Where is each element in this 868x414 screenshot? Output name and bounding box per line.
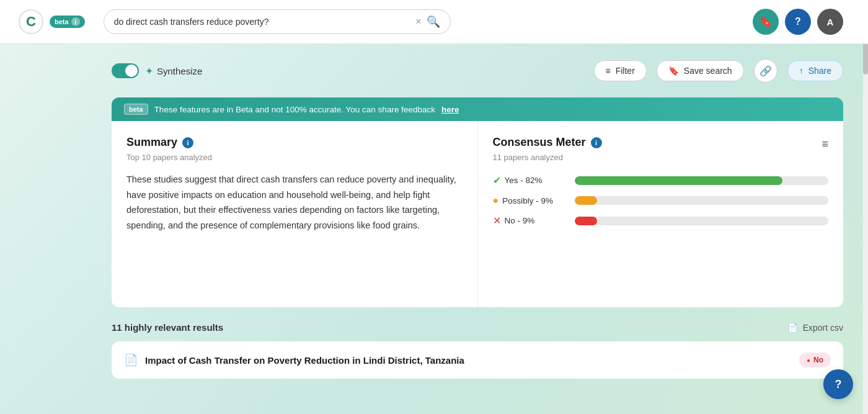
- share-button[interactable]: ↑ Share: [787, 60, 843, 81]
- bookmark-button[interactable]: 🔖: [753, 9, 779, 35]
- bar-possibly-row: ● Possibly - 9%: [493, 195, 829, 206]
- export-label: Export csv: [803, 323, 843, 333]
- yes-bar-fill: [575, 176, 783, 185]
- search-input[interactable]: [114, 17, 411, 27]
- results-count: 11 highly relevant results: [112, 322, 223, 333]
- beta-badge: beta i: [50, 16, 85, 28]
- scrollbar-track[interactable]: [863, 0, 868, 414]
- cards-row: Summary i Top 10 papers analyzed These s…: [112, 121, 843, 307]
- bar-yes-row: ✔ Yes - 82%: [493, 174, 829, 186]
- save-search-label: Save search: [684, 66, 732, 76]
- yes-dot: ✔: [493, 174, 501, 186]
- consensus-header: Consensus Meter i ≡: [493, 136, 829, 153]
- logo-icon: C: [19, 9, 43, 34]
- floating-help-icon: ?: [835, 378, 842, 391]
- help-button[interactable]: ?: [785, 9, 811, 35]
- bookmark-save-icon: 🔖: [668, 66, 679, 76]
- export-icon: 📄: [787, 323, 798, 333]
- summary-card: Summary i Top 10 papers analyzed These s…: [112, 121, 478, 307]
- export-button[interactable]: 📄 Export csv: [787, 323, 843, 333]
- summary-info-icon[interactable]: i: [182, 137, 193, 148]
- synthesize-label: ✦ Synthesize: [145, 65, 202, 77]
- bookmark-icon: 🔖: [759, 15, 773, 29]
- bar-no-row: ✕ No - 9%: [493, 215, 829, 227]
- doc-icon: 📄: [124, 353, 138, 367]
- link-button[interactable]: 🔗: [754, 59, 777, 83]
- sparkle-icon: ✦: [145, 65, 153, 77]
- consensus-filter-icon[interactable]: ≡: [822, 138, 828, 151]
- floating-help-button[interactable]: ?: [823, 369, 853, 399]
- main-content: ✦ Synthesize ≡ Filter 🔖 Save search 🔗 ↑ …: [0, 44, 868, 394]
- results-header: 11 highly relevant results 📄 Export csv: [112, 322, 843, 333]
- summary-analyzed: Top 10 papers analyzed: [126, 153, 463, 162]
- filter-button[interactable]: ≡ Filter: [594, 60, 647, 81]
- beta-message: These features are in Beta and not 100% …: [154, 105, 435, 114]
- yes-bar-track: [575, 176, 829, 185]
- consensus-analyzed: 11 papers analyzed: [493, 153, 829, 162]
- logo-area: C beta i: [19, 9, 85, 34]
- consensus-title: Consensus Meter i: [493, 136, 602, 149]
- synthesize-toggle[interactable]: [112, 63, 139, 78]
- filter-icon: ≡: [606, 66, 611, 76]
- search-bar[interactable]: × 🔍: [104, 9, 451, 34]
- toolbar: ✦ Synthesize ≡ Filter 🔖 Save search 🔗 ↑ …: [112, 59, 843, 83]
- possibly-bar-track: [575, 196, 829, 205]
- beta-tag: beta: [124, 104, 148, 115]
- beta-info-icon[interactable]: i: [71, 17, 80, 26]
- share-icon: ↑: [799, 66, 804, 76]
- paper-title: Impact of Cash Transfer on Poverty Reduc…: [145, 355, 464, 366]
- paper-card-left: 📄 Impact of Cash Transfer on Poverty Red…: [124, 353, 464, 367]
- help-icon: ?: [795, 16, 801, 27]
- summary-title: Summary i: [126, 136, 463, 149]
- here-link[interactable]: here: [441, 105, 459, 114]
- consensus-info-icon[interactable]: i: [591, 137, 602, 148]
- beta-banner: beta These features are in Beta and not …: [112, 97, 843, 121]
- save-search-button[interactable]: 🔖 Save search: [657, 60, 744, 81]
- avatar-label: A: [827, 17, 834, 27]
- bar-yes-label: ✔ Yes - 82%: [493, 174, 567, 186]
- no-text: No - 9%: [505, 216, 535, 225]
- share-label: Share: [808, 66, 831, 76]
- search-icon[interactable]: 🔍: [427, 15, 440, 29]
- no-bar-track: [575, 217, 829, 225]
- header-actions: 🔖 ? A: [753, 9, 843, 35]
- possibly-bar-fill: [575, 196, 598, 205]
- no-dot: ✕: [493, 215, 501, 227]
- synthesize-toggle-area: ✦ Synthesize: [112, 63, 202, 78]
- consensus-card: Consensus Meter i ≡ 11 papers analyzed ✔…: [478, 121, 844, 307]
- no-badge: No: [799, 353, 831, 367]
- beta-text: beta: [55, 18, 69, 25]
- synthesis-panel: beta These features are in Beta and not …: [112, 97, 843, 307]
- bar-no-label: ✕ No - 9%: [493, 215, 567, 227]
- synthesize-text: Synthesize: [157, 66, 202, 76]
- avatar-button[interactable]: A: [817, 9, 843, 35]
- paper-card[interactable]: 📄 Impact of Cash Transfer on Poverty Red…: [112, 341, 843, 379]
- bar-possibly-label: ● Possibly - 9%: [493, 195, 567, 206]
- possibly-text: Possibly - 9%: [502, 196, 553, 205]
- header: C beta i × 🔍 🔖 ? A: [0, 0, 868, 44]
- yes-text: Yes - 82%: [505, 176, 542, 185]
- search-clear-icon[interactable]: ×: [415, 17, 421, 27]
- filter-label: Filter: [616, 66, 635, 76]
- link-icon: 🔗: [760, 65, 772, 77]
- summary-body: These studies suggest that direct cash t…: [126, 172, 463, 233]
- possibly-dot: ●: [493, 195, 499, 206]
- no-bar-fill: [575, 217, 598, 225]
